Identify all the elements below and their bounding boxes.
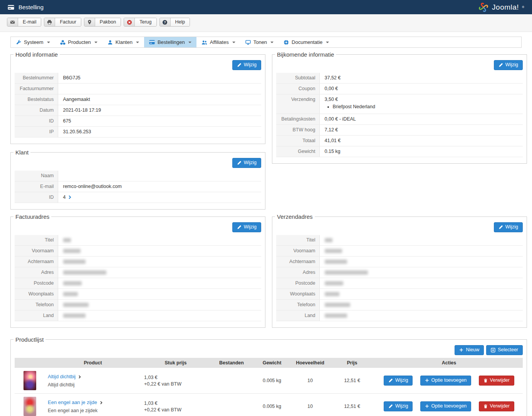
product-thumbnail-cell: [15, 368, 45, 394]
field-label: Titel: [276, 235, 319, 246]
toolbar: E-mail Factuur Pakbon Terug ? Help: [0, 14, 532, 32]
field-value: [58, 84, 261, 94]
field-label: Gewicht: [276, 146, 319, 157]
table-row: Betalingskosten0,00 € - iDEAL: [276, 114, 523, 125]
klant-id-value: 4: [63, 195, 66, 200]
table-row: Naam: [15, 171, 261, 181]
field-label: IP: [15, 127, 58, 138]
redacted-value: [63, 281, 82, 285]
column-right: Bijkomende informatie Wijzig Subtotaal37…: [272, 51, 527, 210]
square-plus-icon: [491, 348, 495, 352]
field-value: [319, 278, 523, 289]
field-value: [58, 289, 261, 300]
redacted-value: [63, 303, 89, 307]
field-value: [58, 300, 261, 310]
help-button[interactable]: ? Help: [159, 18, 190, 27]
map-pin-icon: [84, 18, 95, 26]
table-header-row: Product Stuk prijs Bestanden Gewicht Hoe…: [15, 358, 523, 368]
table-row: BestelstatusAangemaakt: [15, 94, 261, 105]
factuuradres-table: Titel Voornaam Achternaam Adres Postcode…: [15, 235, 261, 321]
redacted-value: [63, 314, 86, 318]
chevron-right-icon: [69, 195, 71, 199]
wijzig-button-label: Wijzig: [244, 62, 257, 68]
productlijst-panel: Productlijst Nieuw Selecteer Product Stu…: [10, 336, 527, 416]
table-row: Titel: [276, 235, 523, 246]
nieuw-button[interactable]: Nieuw: [455, 345, 484, 355]
verwijder-button[interactable]: Verwijder: [479, 376, 514, 386]
menu-item-affiliates[interactable]: Affiliates: [196, 37, 240, 47]
factuuradres-panel: Factuuradres Wijzig Titel Voornaam Achte…: [10, 213, 265, 328]
field-value: [58, 235, 261, 246]
pencil-icon: [498, 225, 503, 230]
field-value: [58, 257, 261, 267]
terug-button[interactable]: Terug: [124, 18, 156, 27]
quantity-cell: 10: [291, 368, 329, 394]
wijzig-button-label: Wijzig: [505, 224, 518, 230]
product-table: Product Stuk prijs Bestanden Gewicht Hoe…: [15, 358, 523, 416]
wijzig-button-label: Wijzig: [244, 160, 257, 166]
column-header: Prijs: [329, 358, 375, 368]
credit-card-icon: [149, 40, 155, 45]
field-label: Betalingskosten: [276, 114, 319, 125]
panel-legend: Productlijst: [13, 336, 45, 343]
field-value: [58, 171, 261, 181]
field-value: [319, 235, 523, 246]
wijzig-button[interactable]: Wijzig: [494, 222, 523, 232]
wijzig-button[interactable]: Wijzig: [494, 60, 523, 70]
menu-item-klanten[interactable]: Klanten: [102, 37, 144, 47]
menu-item-documentatie[interactable]: Documentatie: [279, 37, 334, 47]
pakbon-button[interactable]: Pakbon: [84, 18, 121, 27]
column-header: Gewicht: [253, 358, 291, 368]
caret-down-icon: [136, 42, 139, 43]
field-label: Telefoon: [15, 300, 58, 310]
wijzig-button[interactable]: Wijzig: [384, 401, 413, 411]
price-cell: 12,51 €: [329, 368, 375, 394]
menu-item-label: Documentatie: [292, 39, 322, 45]
wijzig-button[interactable]: Wijzig: [384, 376, 413, 386]
field-value: [58, 310, 261, 321]
product-link[interactable]: Altijd dichtbij: [48, 374, 76, 379]
optie-toevoegen-button[interactable]: Optie toevoegen: [420, 401, 472, 411]
menu-item-bestellingen[interactable]: Bestellingen: [144, 37, 196, 47]
redacted-value: [63, 238, 71, 242]
field-value: [319, 246, 523, 257]
klant-table: Naam E-mailremco-online@outlook.com ID 4: [15, 171, 261, 203]
unit-price-tax: +0,22 € van BTW: [144, 407, 207, 413]
product-link[interactable]: Een engel aan je zijde: [48, 399, 97, 405]
verwijder-button[interactable]: Verwijder: [479, 401, 514, 411]
verzending-method: Briefpost Nederland: [333, 104, 519, 109]
field-value: B6G7J5: [58, 73, 261, 84]
redacted-value: [63, 270, 106, 275]
menu-item-tonen[interactable]: Tonen: [240, 37, 279, 47]
optie-toevoegen-button[interactable]: Optie toevoegen: [420, 376, 472, 386]
bijkomende-informatie-panel: Bijkomende informatie Wijzig Subtotaal37…: [272, 51, 527, 164]
factuur-button[interactable]: Factuur: [44, 18, 81, 27]
price-cell: 12,51 €: [329, 394, 375, 416]
chevron-right-icon: [79, 375, 81, 379]
field-label: Adres: [276, 267, 319, 278]
menu-item-systeem[interactable]: Systeem: [11, 37, 55, 47]
bijkomende-informatie-table: Subtotaal37,52 € Coupon0,00 € Verzending…: [276, 73, 523, 157]
credit-card-icon: [8, 5, 14, 10]
field-value: [319, 289, 523, 300]
wijzig-button[interactable]: Wijzig: [232, 158, 261, 168]
optie-toevoegen-button-label: Optie toevoegen: [431, 403, 467, 409]
field-value: 31.20.56.253: [58, 127, 261, 138]
caret-down-icon: [270, 42, 274, 43]
field-label: Totaal: [276, 136, 319, 146]
menu-item-producten[interactable]: Producten: [55, 37, 102, 47]
field-value: [58, 278, 261, 289]
help-button-label: Help: [171, 18, 190, 26]
joomla-logo-mark: ®: [522, 5, 524, 9]
field-label: E-mail: [15, 181, 58, 192]
email-button[interactable]: E-mail: [7, 18, 41, 27]
product-row: Altijd dichtbij Altijd dichtbij 1,03 € +…: [15, 368, 523, 394]
wijzig-button[interactable]: Wijzig: [232, 60, 261, 70]
life-ring-icon: [284, 40, 289, 45]
selecteer-button[interactable]: Selecteer: [486, 345, 523, 355]
klant-detail-link[interactable]: [69, 195, 71, 199]
unit-price: 1,03 €: [144, 375, 207, 380]
wijzig-button[interactable]: Wijzig: [232, 222, 261, 232]
field-label: Woonplaats: [276, 289, 319, 300]
caret-down-icon: [47, 42, 50, 43]
